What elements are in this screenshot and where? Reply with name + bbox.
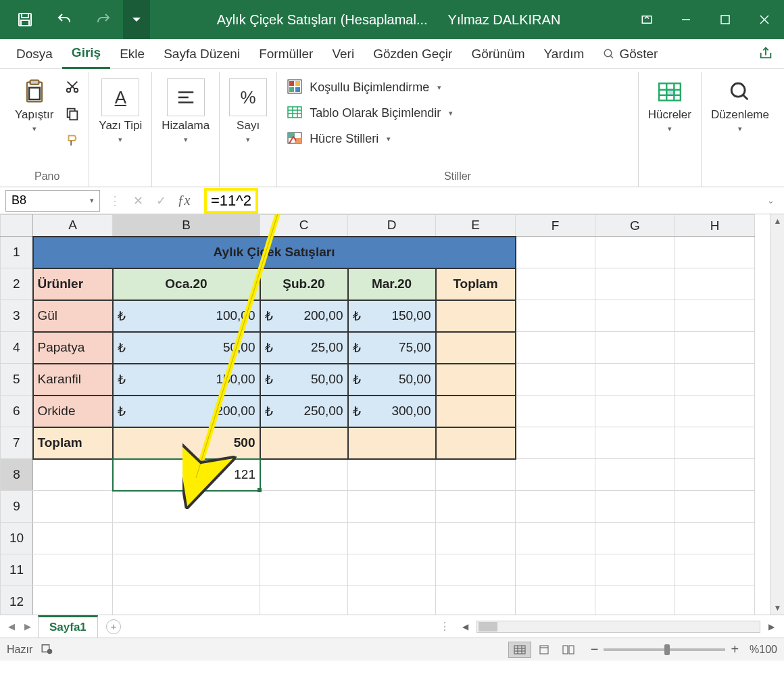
enter-formula-button[interactable]: ✓ [151, 193, 170, 208]
cell[interactable] [516, 491, 595, 523]
cell[interactable] [675, 459, 755, 491]
cell[interactable]: Şub.20 [260, 268, 348, 300]
cell[interactable] [436, 300, 516, 332]
cell[interactable] [675, 396, 755, 427]
font-button[interactable]: A Yazı Tipi ▾ [95, 76, 146, 147]
format-painter-button[interactable] [62, 130, 83, 151]
tab-split-handle[interactable]: ⋮ [435, 620, 454, 633]
cell[interactable]: Oca.20 [113, 268, 260, 300]
cell[interactable] [595, 459, 675, 491]
cell[interactable] [260, 459, 348, 491]
column-header[interactable]: D [348, 215, 436, 237]
cell[interactable] [595, 364, 675, 396]
row-header[interactable]: 6 [1, 396, 33, 427]
cancel-formula-button[interactable]: ✕ [128, 193, 147, 208]
minimize-button[interactable] [666, 0, 706, 39]
column-header[interactable]: B [113, 215, 260, 237]
row-header[interactable]: 9 [1, 491, 33, 523]
cell[interactable] [436, 364, 516, 396]
conditional-formatting-button[interactable]: Koşullu Biçimlendirme ▾ [283, 76, 445, 99]
cell[interactable] [33, 459, 113, 491]
cell[interactable] [675, 586, 755, 615]
vertical-scrollbar[interactable]: ▲ ▼ [770, 214, 784, 615]
cell[interactable]: ₺150,00 [348, 300, 436, 332]
cell[interactable]: ₺250,00 [260, 396, 348, 427]
cell[interactable] [113, 523, 260, 554]
tab-insert[interactable]: Ekle [110, 39, 154, 69]
cell[interactable] [436, 586, 516, 615]
share-button[interactable] [754, 41, 777, 67]
cell[interactable] [33, 523, 113, 554]
scroll-left-button[interactable]: ◀ [458, 622, 472, 631]
save-button[interactable] [5, 0, 45, 39]
number-button[interactable]: % Sayı ▾ [225, 76, 271, 147]
redo-button[interactable] [84, 0, 123, 39]
close-button[interactable] [745, 0, 784, 39]
name-box[interactable]: B8 ▾ [5, 190, 100, 212]
cell[interactable] [675, 300, 755, 332]
cell[interactable] [595, 554, 675, 586]
zoom-level[interactable]: %100 [750, 644, 777, 656]
cell[interactable]: Toplam [33, 427, 113, 459]
cell[interactable] [436, 554, 516, 586]
cell[interactable]: Ürünler [33, 268, 113, 300]
cell[interactable] [348, 427, 436, 459]
page-break-view-button[interactable] [557, 642, 580, 658]
cell[interactable]: ₺50,00 [348, 364, 436, 396]
cell[interactable]: Papatya [33, 332, 113, 364]
cell[interactable] [595, 332, 675, 364]
cell[interactable] [113, 586, 260, 615]
cell[interactable] [436, 332, 516, 364]
cell[interactable] [436, 427, 516, 459]
cell[interactable]: ₺100,00 [113, 300, 260, 332]
cell[interactable] [436, 491, 516, 523]
cell[interactable] [595, 237, 675, 268]
cell[interactable] [675, 491, 755, 523]
cell[interactable] [260, 523, 348, 554]
cell-styles-button[interactable]: Hücre Stilleri ▾ [283, 127, 395, 150]
cell[interactable] [516, 237, 595, 268]
format-as-table-button[interactable]: Tablo Olarak Biçimlendir ▾ [283, 101, 457, 124]
cell[interactable]: ₺75,00 [348, 332, 436, 364]
cell[interactable] [516, 268, 595, 300]
paste-button[interactable]: Yapıştır ▾ [11, 76, 57, 136]
cell[interactable] [516, 459, 595, 491]
editing-button[interactable]: Düzenleme ▾ [707, 76, 773, 136]
page-layout-view-button[interactable] [533, 642, 556, 658]
cell[interactable] [260, 554, 348, 586]
cell[interactable]: Toplam [436, 268, 516, 300]
cells-button[interactable]: Hücreler ▾ [644, 76, 695, 136]
zoom-slider-thumb[interactable] [664, 644, 670, 655]
cell[interactable] [436, 523, 516, 554]
row-header[interactable]: 10 [1, 523, 33, 554]
cell[interactable] [675, 523, 755, 554]
cell[interactable] [516, 427, 595, 459]
zoom-slider[interactable] [604, 648, 725, 651]
cell[interactable] [348, 523, 436, 554]
column-header[interactable]: C [260, 215, 348, 237]
cell[interactable]: ₺25,00 [260, 332, 348, 364]
cell[interactable] [595, 491, 675, 523]
scrollbar-thumb[interactable] [479, 622, 497, 631]
cell[interactable] [516, 523, 595, 554]
cell[interactable] [113, 554, 260, 586]
ribbon-display-options-button[interactable] [627, 0, 666, 39]
cell[interactable] [260, 586, 348, 615]
cell[interactable] [675, 554, 755, 586]
cell[interactable] [33, 491, 113, 523]
row-header[interactable]: 7 [1, 427, 33, 459]
column-header[interactable]: G [595, 215, 675, 237]
zoom-out-button[interactable]: − [591, 642, 599, 657]
row-header[interactable]: 11 [1, 554, 33, 586]
cell[interactable] [436, 459, 516, 491]
cell[interactable]: ₺200,00 [260, 300, 348, 332]
cell[interactable] [675, 268, 755, 300]
column-header[interactable]: E [436, 215, 516, 237]
formula-input[interactable]: =11^2 [199, 190, 758, 212]
scroll-up-button[interactable]: ▲ [771, 214, 784, 228]
select-all-corner[interactable] [1, 215, 33, 237]
row-header[interactable]: 4 [1, 332, 33, 364]
column-header[interactable]: F [516, 215, 595, 237]
tab-review[interactable]: Gözden Geçir [364, 39, 462, 69]
tab-view[interactable]: Görünüm [462, 39, 534, 69]
